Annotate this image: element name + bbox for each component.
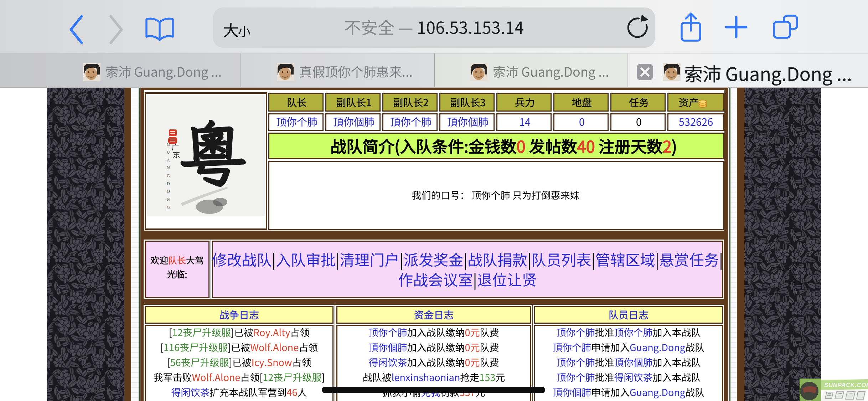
svg-text:O: O [167, 189, 170, 194]
svg-text:G: G [167, 142, 170, 147]
svg-text:N: N [167, 165, 170, 170]
svg-text:SUNPACK.COM: SUNPACK.COM [824, 382, 868, 389]
svg-text:A: A [167, 158, 170, 163]
svg-text:U: U [167, 150, 170, 155]
svg-text:G: G [167, 205, 170, 210]
svg-text:G: G [167, 173, 170, 178]
svg-text:D: D [167, 181, 170, 186]
svg-text:N: N [167, 197, 170, 202]
